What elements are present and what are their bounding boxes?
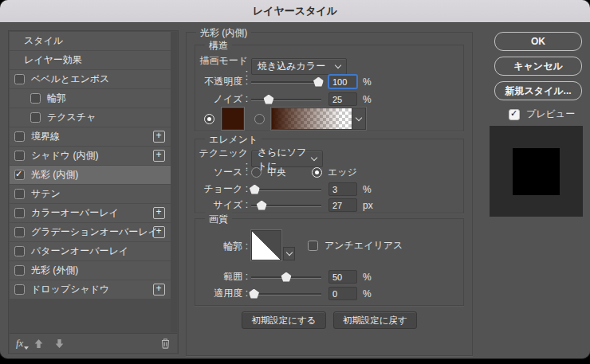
sidebar-item-label: シャドウ (内側) <box>31 149 98 162</box>
fx-menu-button[interactable]: fx <box>16 337 23 350</box>
size-unit: px <box>363 200 373 211</box>
effect-checkbox[interactable] <box>30 93 41 104</box>
style-preview-shape <box>513 148 560 195</box>
sidebar-item[interactable]: カラーオーバーレイ <box>10 204 171 222</box>
sidebar-item[interactable]: サテン <box>10 185 171 203</box>
make-default-button[interactable]: 初期設定にする <box>242 311 325 329</box>
sidebar-item[interactable]: 輪郭 <box>10 89 171 108</box>
opacity-slider-thumb[interactable] <box>313 77 324 87</box>
noise-slider[interactable] <box>251 95 321 104</box>
effect-checkbox[interactable] <box>30 112 41 123</box>
styles-sidebar: スタイル レイヤー効果 ベベルとエンボス 輪郭 <box>8 30 179 354</box>
sidebar-item[interactable]: グラデーションオーバーレイ <box>10 223 171 241</box>
noise-input[interactable]: 25 <box>328 92 357 106</box>
opacity-unit: % <box>363 76 372 88</box>
effect-checkbox[interactable] <box>14 208 25 218</box>
sidebar-item-label: 輪郭 <box>47 92 66 105</box>
sidebar-item-label: ベベルとエンボス <box>31 72 109 86</box>
range-input[interactable]: 50 <box>328 270 357 284</box>
range-slider-thumb[interactable] <box>281 272 292 282</box>
add-effect-instance-button[interactable] <box>153 131 165 143</box>
technique-dropdown[interactable]: さらにソフトに <box>251 151 323 167</box>
sidebar-item-label: パターンオーバーレイ <box>31 245 128 258</box>
effect-checkbox[interactable] <box>14 74 25 84</box>
sidebar-item[interactable]: ベベルとエンボス <box>10 70 171 88</box>
source-edge-radio[interactable] <box>312 167 322 178</box>
titlebar[interactable]: レイヤースタイル <box>0 0 590 23</box>
choke-slider[interactable] <box>251 185 321 194</box>
add-effect-instance-button[interactable] <box>153 284 165 296</box>
reset-default-button[interactable]: 初期設定に戻す <box>333 311 417 329</box>
sidebar-item[interactable]: 光彩 (内側) <box>10 166 171 184</box>
sidebar-item[interactable]: ドロップシャドウ <box>10 280 171 299</box>
trash-icon <box>160 338 171 349</box>
new-style-button[interactable]: 新規スタイル... <box>494 81 582 100</box>
cancel-button[interactable]: キャンセル <box>494 57 582 76</box>
effect-checkbox[interactable] <box>14 151 25 161</box>
antialias-checkbox[interactable] <box>308 241 318 251</box>
contour-dropdown-button[interactable] <box>283 247 295 260</box>
add-effect-instance-button[interactable] <box>153 207 165 219</box>
blend-mode-dropdown[interactable]: 焼き込みカラー <box>251 58 347 75</box>
add-effect-instance-button[interactable] <box>153 226 165 238</box>
jitter-slider-thumb[interactable] <box>249 289 259 299</box>
move-effect-down-button[interactable] <box>53 338 65 349</box>
sidebar-item[interactable]: パターンオーバーレイ <box>10 242 171 260</box>
choke-unit: % <box>363 184 372 195</box>
noise-slider-thumb[interactable] <box>264 95 274 104</box>
glow-color-swatch[interactable] <box>222 108 244 130</box>
sidebar-item[interactable]: テクスチャ <box>10 108 171 127</box>
effect-checkbox[interactable] <box>14 189 25 199</box>
sidebar-item-label: レイヤー効果 <box>24 53 82 67</box>
jitter-input[interactable]: 0 <box>328 287 357 300</box>
size-slider[interactable] <box>251 201 321 210</box>
quality-fieldset: 画質 輪郭 : アンチエイリアス 範囲 : 50 <box>195 218 464 306</box>
effect-checkbox[interactable] <box>14 170 25 180</box>
sidebar-toolbar: fx <box>10 333 177 353</box>
range-slider[interactable] <box>251 272 321 282</box>
structure-legend: 構造 <box>205 39 232 53</box>
effect-checkbox[interactable] <box>14 265 25 276</box>
opacity-label: 不透明度 : <box>195 75 248 88</box>
sidebar-item[interactable]: レイヤー効果 <box>10 51 171 69</box>
solid-color-radio[interactable] <box>204 114 214 124</box>
ok-button[interactable]: OK <box>494 32 582 51</box>
size-input[interactable]: 27 <box>328 198 357 212</box>
sidebar-item[interactable]: シャドウ (内側) <box>10 147 171 165</box>
arrow-down-icon <box>54 339 65 349</box>
sidebar-item[interactable]: 光彩 (外側) <box>10 261 171 280</box>
contour-thumbnail[interactable] <box>251 230 281 260</box>
move-effect-up-button[interactable] <box>33 338 44 349</box>
elements-fieldset: エレメント テクニック : さらにソフトに ソース : 中央 エッジ <box>195 139 464 213</box>
choke-slider-thumb[interactable] <box>250 185 260 194</box>
effect-checkbox[interactable] <box>14 227 25 237</box>
gradient-radio[interactable] <box>254 114 265 124</box>
jitter-slider[interactable] <box>251 289 321 299</box>
preview-label: プレビュー <box>526 108 575 121</box>
antialias-label: アンチエイリアス <box>324 239 403 252</box>
preview-checkbox[interactable] <box>509 109 520 120</box>
effect-checkbox[interactable] <box>14 246 25 256</box>
source-label: ソース : <box>195 166 248 179</box>
panel-title: 光彩 (内側) <box>196 26 251 40</box>
source-center-radio[interactable] <box>251 167 262 178</box>
effect-checkbox[interactable] <box>14 284 25 295</box>
effect-checkbox[interactable] <box>14 131 25 142</box>
sidebar-item-label: カラーオーバーレイ <box>31 206 119 220</box>
arrow-up-icon <box>33 339 44 349</box>
structure-fieldset: 構造 描画モード : 焼き込みカラー 不透明度 : 100 % <box>195 45 464 131</box>
gradient-preview[interactable] <box>272 108 352 129</box>
opacity-slider[interactable] <box>251 77 321 87</box>
size-slider-thumb[interactable] <box>257 201 267 210</box>
gradient-picker[interactable] <box>271 108 366 130</box>
opacity-input[interactable]: 100 <box>328 75 357 88</box>
gradient-dropdown-button[interactable] <box>352 108 365 129</box>
sidebar-item[interactable]: スタイル <box>10 32 171 50</box>
add-effect-instance-button[interactable] <box>153 150 165 162</box>
chevron-down-icon <box>356 114 362 120</box>
delete-effect-button[interactable] <box>159 338 171 349</box>
choke-input[interactable]: 3 <box>328 182 357 196</box>
sidebar-scrollbar[interactable] <box>171 32 177 332</box>
sidebar-item[interactable]: 境界線 <box>10 127 171 146</box>
sidebar-item-label: ドロップシャドウ <box>31 283 109 296</box>
